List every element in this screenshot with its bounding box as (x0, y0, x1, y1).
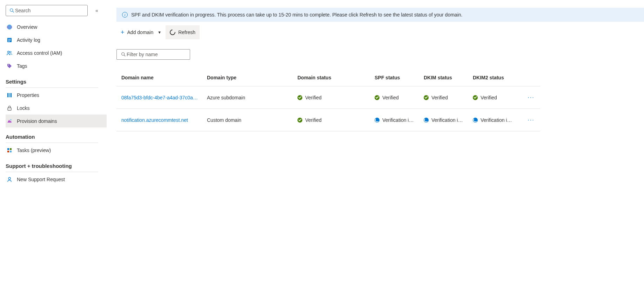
domains-table: Domain name Domain type Domain status SP… (116, 69, 540, 131)
svg-point-8 (8, 51, 9, 53)
th-domain-name[interactable]: Domain name (116, 75, 207, 80)
svg-line-22 (124, 55, 126, 57)
add-domain-label: Add domain (127, 29, 154, 35)
domain-status-cell: Verified (297, 117, 375, 123)
th-domain-type[interactable]: Domain type (207, 75, 297, 80)
sidebar-item-label: Locks (17, 105, 30, 111)
section-header-support: Support + troubleshooting (6, 157, 107, 172)
sidebar-search-input[interactable] (15, 8, 85, 13)
add-domain-button[interactable]: + Add domain ▼ (116, 25, 166, 39)
th-dkim-status[interactable]: DKIM status (424, 75, 473, 80)
svg-rect-18 (7, 151, 9, 152)
svg-rect-5 (8, 39, 11, 39)
sidebar-search[interactable] (6, 5, 88, 16)
domain-type-cell: Azure subdomain (207, 95, 297, 100)
svg-rect-19 (10, 151, 12, 152)
svg-rect-12 (9, 93, 10, 97)
row-more-button[interactable]: ··· (522, 94, 540, 101)
refresh-icon (169, 28, 177, 37)
support-icon (6, 176, 13, 183)
sidebar-item-activity-log[interactable]: Activity log (6, 33, 107, 46)
search-icon (120, 51, 127, 58)
progress-icon (424, 118, 429, 123)
refresh-label: Refresh (178, 29, 195, 35)
svg-rect-13 (11, 93, 12, 97)
info-banner: i SPF and DKIM verification in progress.… (116, 8, 644, 22)
sidebar-item-locks[interactable]: Locks (6, 101, 107, 114)
tasks-icon (6, 147, 13, 153)
sidebar-item-tags[interactable]: Tags (6, 59, 107, 72)
properties-icon (6, 92, 13, 98)
svg-rect-16 (7, 148, 9, 150)
activity-log-icon (6, 37, 13, 43)
table-row: 08fa75d3-bfdc-4be7-a4ad-37c0a… Azure sub… (116, 86, 540, 109)
th-domain-status[interactable]: Domain status (297, 75, 375, 80)
table-header-row: Domain name Domain type Domain status SP… (116, 69, 540, 86)
sidebar-item-provision-domains[interactable]: Provision domains (6, 114, 107, 127)
divider (6, 172, 98, 172)
sidebar-item-tasks[interactable]: Tasks (preview) (6, 144, 107, 157)
dkim-status-cell: Verified (424, 95, 473, 100)
domain-status-cell: Verified (297, 95, 375, 100)
refresh-button[interactable]: Refresh (166, 25, 200, 39)
check-icon (375, 95, 380, 100)
main-content: i SPF and DKIM verification in progress.… (107, 0, 644, 302)
svg-point-2 (7, 25, 12, 29)
filter-by-name[interactable] (116, 49, 190, 60)
svg-point-0 (10, 9, 13, 12)
sidebar-item-new-support-request[interactable]: New Support Request (6, 173, 107, 186)
domain-name-link[interactable]: 08fa75d3-bfdc-4be7-a4ad-37c0a… (116, 95, 207, 100)
svg-rect-6 (8, 40, 11, 40)
sidebar: « Overview Activity log Access control (… (0, 0, 107, 302)
svg-rect-14 (8, 108, 11, 110)
spf-status-cell: Verified (375, 95, 424, 100)
chevron-down-icon: ▼ (157, 30, 161, 34)
svg-point-21 (122, 53, 125, 55)
dkim2-status-cell: Verified (473, 95, 522, 100)
sidebar-item-label: Properties (17, 92, 39, 98)
domain-type-cell: Custom domain (207, 117, 297, 123)
sidebar-item-label: Activity log (17, 37, 40, 43)
sidebar-item-overview[interactable]: Overview (6, 20, 107, 33)
info-banner-text: SPF and DKIM verification in progress. T… (131, 12, 462, 18)
provision-domains-icon (6, 118, 13, 124)
th-dkim2-status[interactable]: DKIM2 status (473, 75, 522, 80)
svg-point-10 (8, 64, 9, 65)
divider (6, 87, 98, 88)
sidebar-item-label: Overview (17, 24, 37, 30)
svg-rect-7 (8, 41, 10, 41)
sidebar-item-label: New Support Request (17, 177, 65, 182)
svg-point-9 (10, 51, 11, 53)
plus-icon: + (121, 29, 125, 36)
divider (6, 143, 98, 143)
svg-point-20 (8, 177, 11, 179)
table-row: notification.azurecommtest.net Custom do… (116, 109, 540, 131)
access-control-icon (6, 50, 13, 56)
sidebar-item-access-control[interactable]: Access control (IAM) (6, 46, 107, 59)
sidebar-item-label: Tasks (preview) (17, 147, 51, 153)
filter-input[interactable] (127, 52, 186, 57)
toolbar: + Add domain ▼ Refresh (116, 25, 644, 39)
check-icon (473, 95, 478, 100)
check-icon (297, 95, 302, 100)
sidebar-item-properties[interactable]: Properties (6, 88, 107, 101)
sidebar-item-label: Access control (IAM) (17, 50, 62, 56)
tags-icon (6, 63, 13, 69)
sidebar-item-label: Tags (17, 63, 27, 69)
dkim2-status-cell: Verification i… (473, 117, 522, 123)
dkim-status-cell: Verification i… (424, 117, 473, 123)
th-spf-status[interactable]: SPF status (375, 75, 424, 80)
info-icon: i (122, 12, 128, 18)
progress-icon (473, 118, 478, 123)
search-icon (9, 7, 15, 14)
section-header-settings: Settings (6, 72, 107, 87)
spf-status-cell: Verification i… (375, 117, 424, 123)
section-header-automation: Automation (6, 127, 107, 143)
row-more-button[interactable]: ··· (522, 117, 540, 123)
svg-point-15 (11, 119, 12, 120)
domain-name-link[interactable]: notification.azurecommtest.net (116, 117, 207, 123)
check-icon (297, 118, 302, 123)
lock-icon (6, 105, 13, 111)
overview-icon (6, 24, 13, 30)
collapse-sidebar-icon[interactable]: « (95, 8, 98, 13)
